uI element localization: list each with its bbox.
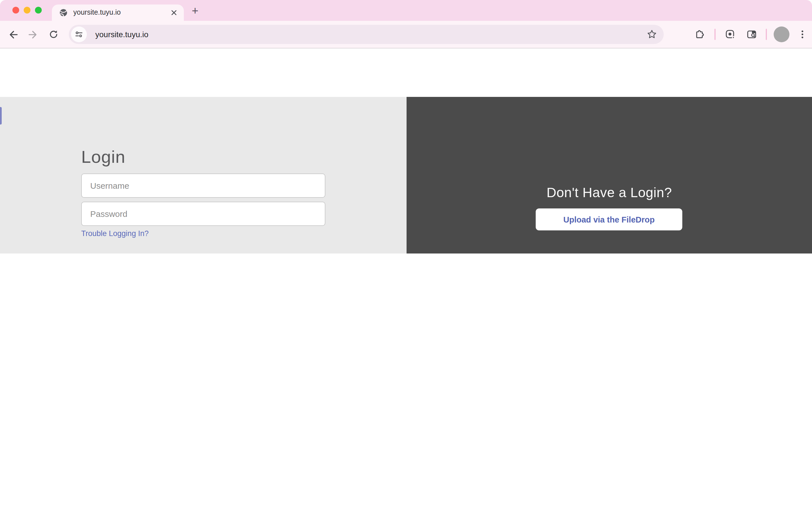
upload-filedrop-button[interactable]: Upload via the FileDrop <box>536 209 682 230</box>
browser-tab[interactable]: yoursite.tuyu.io <box>52 4 184 21</box>
zoom-window-button[interactable] <box>35 7 42 13</box>
address-bar[interactable]: yoursite.tuyu.io <box>69 25 664 44</box>
page-search-icon[interactable] <box>743 26 760 43</box>
site-settings-tune-icon[interactable] <box>71 26 87 42</box>
edge-widget-handle[interactable] <box>0 107 2 124</box>
minimize-window-button[interactable] <box>24 7 31 13</box>
url-text[interactable]: yoursite.tuyu.io <box>95 25 148 44</box>
username-input[interactable] <box>81 173 325 198</box>
new-tab-button[interactable]: + <box>187 3 203 18</box>
forward-arrow-icon[interactable] <box>24 26 41 43</box>
tab-bar: yoursite.tuyu.io + <box>0 0 812 21</box>
three-dot-menu-icon[interactable] <box>794 26 811 43</box>
close-icon[interactable] <box>168 7 179 18</box>
toolbar-separator <box>714 29 716 40</box>
reload-icon[interactable] <box>45 26 62 43</box>
no-login-heading: Don't Have a Login? <box>407 185 812 201</box>
tab-title: yoursite.tuyu.io <box>73 4 121 21</box>
globe-icon <box>59 8 68 17</box>
close-window-button[interactable] <box>12 7 19 13</box>
browser-window: yoursite.tuyu.io + yoursite <box>0 0 812 253</box>
back-arrow-icon[interactable] <box>4 26 21 43</box>
browser-toolbar: yoursite.tuyu.io <box>0 21 812 48</box>
star-icon[interactable] <box>647 29 657 40</box>
profile-avatar[interactable] <box>774 26 790 42</box>
login-heading: Login <box>81 147 125 167</box>
camera-lens-icon[interactable] <box>722 26 739 43</box>
toolbar-separator <box>766 29 767 40</box>
trouble-logging-in-link[interactable]: Trouble Logging In? <box>81 229 149 238</box>
puzzle-icon[interactable] <box>691 26 708 43</box>
password-input[interactable] <box>81 202 325 226</box>
page-header: your logo here Powered by tuyu ® <box>0 48 812 97</box>
